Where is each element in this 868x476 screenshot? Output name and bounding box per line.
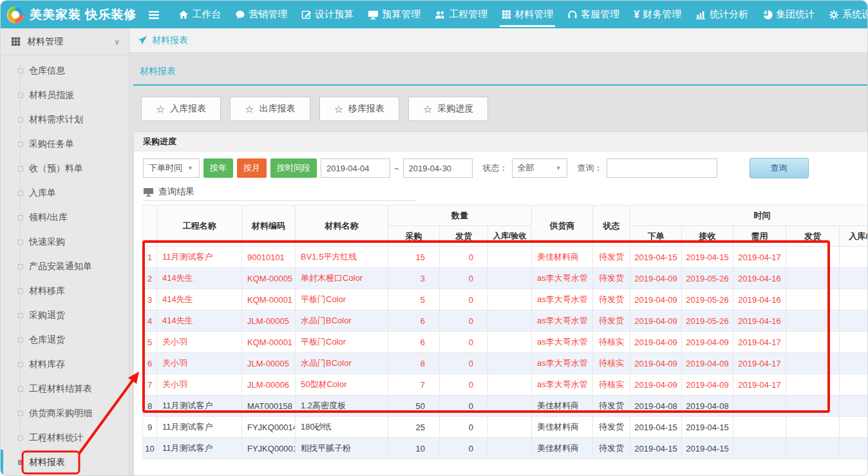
sidebar-item-material-report[interactable]: 材料报表 [1,450,129,474]
sidebar-item-material-demand-plan[interactable]: 材料需求计划 [1,107,129,131]
cell-t-order: 2019-04-09 [630,289,682,310]
nav-item-engineering[interactable]: 工程管理 [428,1,495,28]
cell-material: 平板门Color [296,289,388,310]
cell-purchase: 3 [388,268,440,289]
nav-item-group-stats[interactable]: 集团统计 [755,1,822,28]
table-row[interactable]: 4414先生JLM-00005水晶门BColor60as李大哥水管待发货2019… [143,310,868,332]
cell-project: 11月测试客户 [157,438,242,459]
cell-project: 11月测试客户 [157,417,242,438]
edit-icon [301,10,312,20]
sidebar-item-material-transfer[interactable]: 材料移库 [1,278,129,303]
nav-item-customer-service[interactable]: 客服管理 [560,1,627,28]
cell-t-ship [786,438,840,459]
purchase-progress-button[interactable]: ☆采购进度 [408,97,488,121]
cell-num: 4 [143,310,157,332]
cell-code: KQM-00001 [242,332,296,353]
hamburger-menu-icon[interactable] [148,10,160,20]
outbound-report-button[interactable]: ☆出库报表 [230,97,310,121]
cell-t-inspect [840,310,868,332]
table-row[interactable]: 811月测试客户MAT0001581.2高密度板500美佳材料商待发货2019-… [143,395,868,417]
results-table-wrap: 工程名称 材料编码 材料名称 数量 供货商 状态 时间 采购 [142,205,867,476]
cell-purchase: 50 [388,395,440,417]
transfer-report-button[interactable]: ☆移库报表 [319,97,399,121]
cell-t-need [733,438,786,459]
col-qty-purchase: 采购 [388,226,440,247]
sidebar-item-material-staff-assign[interactable]: 材料员指派 [1,82,129,107]
status-select[interactable]: 全部 ▼ [512,158,567,178]
cell-supplier: as李大哥水管 [532,332,593,353]
sidebar-item-purchase-return[interactable]: 采购退货 [1,303,129,327]
nav-item-materials[interactable]: 材料管理 [495,1,560,28]
col-project: 工程名称 [157,205,242,247]
by-range-button[interactable]: 按时间段 [270,158,317,178]
sidebar-item-picking-outbound[interactable]: 领料/出库 [1,205,129,229]
inbound-report-button[interactable]: ☆入库报表 [141,97,221,121]
nav-item-statistics[interactable]: 统计分析 [688,1,755,28]
cell-code: 90010101 [242,247,296,268]
table-row[interactable]: 2414先生KQM-00005单封木桠口Color30as李大哥水管待发货201… [143,268,868,289]
sidebar-item-project-material-stats[interactable]: 工程材料统计 [1,425,129,450]
chevron-down-icon: ∨ [114,37,120,46]
search-button[interactable]: 查询 [750,158,809,178]
nav-item-budget[interactable]: 预算管理 [361,1,428,28]
tab-material-report[interactable]: 材料报表 [140,66,176,76]
cell-inspect [488,353,532,374]
sidebar-item-purchase-task[interactable]: 采购任务单 [1,131,129,156]
sidebar-item-material-stock[interactable]: 材料库存 [1,352,129,376]
cell-ship: 0 [440,289,488,310]
sidebar-header-materials[interactable]: 材料管理 ∨ [1,28,129,55]
sidebar-item-supplier-purchase-detail[interactable]: 供货商采购明细 [1,401,129,425]
col-status: 状态 [593,205,630,247]
by-month-button[interactable]: 按月 [237,158,267,178]
sidebar-item-project-material-settlement[interactable]: 工程材料结算表 [1,376,129,401]
cell-ship: 0 [440,247,488,268]
time-field-value: 下单时间 [149,162,182,174]
date-to-input[interactable] [403,158,473,178]
sidebar-item-quick-purchase[interactable]: 快速采购 [1,229,129,254]
results-divider [143,200,416,201]
table-row[interactable]: 6关小羽JLM-00005水晶门BColor80as李大哥水管待核实2019-0… [143,353,868,374]
status-label: 状态： [483,162,508,174]
sidebar-item-warehouse-return[interactable]: 仓库退货 [1,327,129,352]
breadcrumb: 材料报表 [129,28,867,53]
cell-t-order: 2019-04-09 [630,374,682,395]
cell-t-need: 2019-04-16 [733,268,786,289]
cell-code: JLM-00005 [242,353,296,374]
cell-purchase: 25 [388,417,440,438]
col-group-time: 时间 [630,205,868,226]
nav-item-finance[interactable]: ¥财务管理 [627,1,688,28]
sidebar-item-inbound-order[interactable]: 入库单 [1,180,129,205]
cell-t-receive: 2019-04-15 [682,417,733,438]
cell-ship: 0 [440,310,488,332]
date-from-input[interactable] [321,158,390,178]
cell-t-receive: 2019-04-15 [682,247,733,268]
time-field-select[interactable]: 下单时间 ▼ [143,158,200,178]
cell-t-need: 2019-04-17 [733,374,786,395]
nav-item-marketing[interactable]: 营销管理 [228,1,294,28]
table-row[interactable]: 7关小羽JLM-0000650型材Color70as李大哥水管待核实2019-0… [143,374,868,395]
table-row[interactable]: 1011月测试客户FYJKQ00001粗找平腻子粉100美佳材料商待发货2019… [143,438,868,459]
table-row[interactable]: 5关小羽KQM-00001平板门Color60as李大哥水管待核实2019-04… [143,332,868,353]
status-value: 全部 [518,162,534,174]
col-time-inspect: 入库/验收 [840,226,868,247]
by-year-button[interactable]: 按年 [203,158,233,178]
cell-t-inspect [840,438,868,459]
query-input[interactable] [607,158,717,178]
cell-t-inspect [840,374,868,395]
breadcrumb-label: 材料报表 [152,35,188,46]
cell-t-inspect [840,289,868,310]
sidebar-item-warehouse-info[interactable]: 仓库信息 [1,58,129,82]
sidebar-item-receive-pre-material[interactable]: 收（预）料单 [1,156,129,180]
sidebar-item-product-install-notice[interactable]: 产品安装通知单 [1,254,129,278]
cell-t-ship [786,247,840,268]
table-row[interactable]: 111月测试客户90010101BV1.5平方红线150美佳材料商待发货2019… [143,247,868,268]
cell-t-ship [786,289,840,310]
nav-item-design-budget[interactable]: 设计预算 [294,1,361,28]
table-row[interactable]: 3414先生KQM-00001平板门Color50as李大哥水管待发货2019-… [143,289,868,310]
cell-material: 180砂纸 [296,417,388,438]
nav-item-settings[interactable]: 系统设置 [822,1,868,28]
nav-item-label: 统计分析 [710,8,748,21]
nav-item-label: 工程管理 [449,8,487,21]
nav-item-workbench[interactable]: 工作台 [171,1,228,28]
table-row[interactable]: 911月测试客户FYJKQ00014180砂纸250美佳材料商待发货2019-0… [143,417,868,438]
